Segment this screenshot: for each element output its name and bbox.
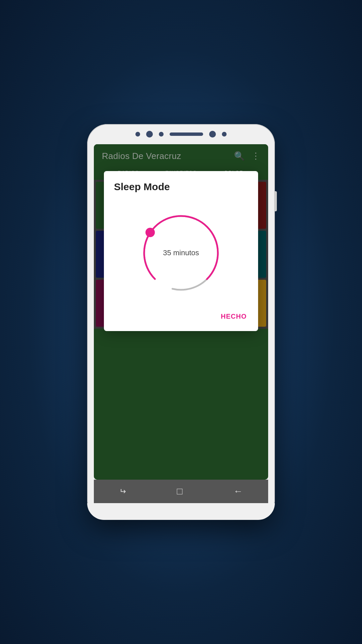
sensor-dot-4: [222, 132, 227, 137]
dialog-overlay: Sleep Mode: [94, 144, 268, 480]
speaker-bar: [170, 132, 203, 136]
svg-point-0: [131, 203, 231, 303]
sensor-dot-3: [209, 131, 216, 138]
phone-screen: Radios De Veracruz 🔍 ⋮ RADIOS FAVORITOS …: [94, 144, 268, 480]
back-icon[interactable]: ←: [233, 486, 243, 497]
dialog-footer: HECHO: [114, 310, 248, 323]
camera-dot: [146, 131, 153, 138]
recent-apps-icon[interactable]: ↵: [119, 487, 126, 496]
phone-frame: Radios De Veracruz 🔍 ⋮ RADIOS FAVORITOS …: [87, 124, 275, 520]
dialog-title: Sleep Mode: [114, 181, 248, 193]
done-button[interactable]: HECHO: [220, 310, 248, 323]
circular-slider[interactable]: 35 minutos: [114, 199, 248, 307]
phone-sensors: [87, 124, 275, 144]
slider-thumb: [145, 228, 155, 237]
phone-bottom: [87, 503, 275, 520]
sensor-dot-2: [159, 132, 164, 137]
side-button: [274, 191, 277, 211]
svg-point-1: [131, 203, 231, 303]
sleep-mode-dialog: Sleep Mode: [104, 171, 258, 331]
sensor-dot-1: [135, 132, 140, 137]
home-icon[interactable]: □: [177, 486, 183, 497]
circular-svg: [131, 203, 231, 303]
nav-bar: ↵ □ ←: [94, 480, 268, 503]
